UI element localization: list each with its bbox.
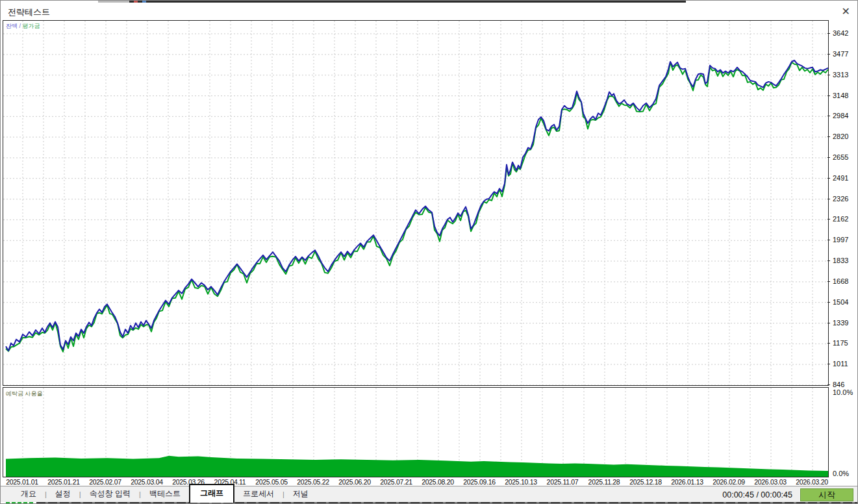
date-axis-label: 2025.07.21	[380, 478, 412, 486]
value-axis-label: 2820	[833, 132, 848, 140]
chart-legend: 잔액 / 평가금	[6, 22, 40, 31]
title-bar: 전략테스트 ✕	[1, 3, 857, 20]
date-axis-label: 2026.03.03	[754, 478, 787, 486]
value-axis-label: 2326	[833, 195, 848, 203]
value-axis-label: 1011	[833, 360, 848, 368]
value-axis-label: 2491	[833, 174, 848, 182]
value-axis-tick	[827, 95, 830, 96]
date-axis-label: 2025.12.18	[629, 478, 662, 486]
tab-그래프[interactable]: 그래프	[189, 484, 234, 503]
value-axis-tick	[827, 33, 830, 34]
date-axis: 2025.01.012025.01.212025.02.072025.03.04…	[3, 477, 829, 486]
value-axis-label: 2655	[833, 153, 848, 161]
value-axis: 3642347733133148298428202655249123262162…	[830, 20, 857, 485]
strategy-tester-window: 전략테스트 ✕ 잔액 / 평가금 예탁금 사용율 364234773313314…	[0, 0, 858, 504]
start-button[interactable]: 시작	[800, 488, 853, 501]
tab-저널[interactable]: 저널	[284, 486, 317, 502]
value-axis-tick	[827, 75, 830, 75]
status-right: 00:00:45 / 00:00:45 시작	[722, 486, 853, 503]
tab-개요[interactable]: 개요	[12, 486, 45, 502]
date-axis-label: 2025.03.04	[131, 478, 163, 486]
value-axis-label: 846	[833, 381, 844, 388]
value-axis-tick	[827, 178, 830, 179]
value-axis-label: 1504	[833, 298, 848, 306]
date-axis-label: 2025.01.01	[6, 478, 38, 486]
tab-strip: 개요|설정|속성창 입력|백테스트그래프프로세서|저널	[12, 486, 317, 503]
value-axis-label: 3313	[833, 71, 848, 79]
tab-백테스트[interactable]: 백테스트	[141, 486, 189, 502]
close-icon[interactable]: ✕	[842, 5, 850, 18]
value-axis-tick	[827, 384, 830, 385]
date-axis-label: 2025.01.21	[47, 478, 80, 486]
value-axis-label: 1339	[833, 319, 848, 327]
value-axis-label: 1997	[833, 236, 848, 244]
usage-pane-label: 예탁금 사용율	[6, 390, 43, 398]
legend-balance-label: 잔액	[6, 23, 18, 29]
usage-axis-min-label: 0.0%	[833, 470, 849, 477]
tab-속성창 입력[interactable]: 속성창 입력	[81, 486, 139, 502]
value-axis-tick	[827, 219, 830, 220]
value-axis-tick	[827, 116, 830, 116]
value-axis-label: 2984	[833, 112, 848, 120]
balance-equity-chart	[3, 21, 828, 385]
value-axis-tick	[827, 323, 830, 323]
value-axis-tick	[827, 364, 830, 364]
date-axis-label: 2025.10.13	[505, 478, 537, 486]
value-axis-tick	[827, 260, 830, 261]
date-axis-label: 2025.11.28	[588, 478, 620, 486]
date-axis-label: 2025.08.20	[422, 478, 454, 486]
value-axis-label: 1175	[833, 339, 848, 347]
usage-axis-max-label: 10.0%	[833, 388, 853, 396]
value-axis-tick	[827, 240, 830, 240]
value-axis-label: 2162	[833, 215, 848, 223]
date-axis-label: 2026.03.20	[796, 478, 828, 486]
value-axis-label: 3642	[833, 29, 848, 37]
date-axis-label: 2025.06.20	[338, 478, 371, 486]
margin-usage-chart-pane[interactable]: 예탁금 사용율	[3, 387, 829, 477]
tab-프로세서[interactable]: 프로세서	[234, 486, 283, 502]
value-axis-label: 3477	[833, 50, 848, 58]
date-axis-label: 2025.02.07	[89, 478, 121, 486]
value-axis-tick	[827, 343, 830, 344]
window-title: 전략테스트	[8, 6, 50, 18]
value-axis-label: 1668	[833, 277, 848, 285]
value-axis-tick	[827, 54, 830, 55]
date-axis-label: 2026.02.09	[713, 478, 745, 486]
value-axis-tick	[827, 302, 830, 303]
balance-equity-chart-pane[interactable]: 잔액 / 평가금	[3, 20, 829, 386]
value-axis-tick	[827, 199, 830, 199]
date-axis-label: 2025.05.22	[297, 478, 329, 486]
value-axis-tick	[827, 157, 830, 158]
date-axis-label: 2025.09.16	[463, 478, 496, 486]
tester-status-bar: 개요|설정|속성창 입력|백테스트그래프프로세서|저널 00:00:45 / 0…	[1, 486, 858, 502]
date-axis-label: 2025.05.05	[255, 478, 288, 486]
date-axis-label: 2026.01.13	[671, 478, 703, 486]
legend-equity-label: 평가금	[23, 23, 40, 29]
value-axis-label: 1833	[833, 257, 848, 264]
margin-usage-chart	[3, 388, 828, 477]
date-axis-label: 2025.11.07	[547, 478, 579, 486]
value-axis-label: 3148	[833, 92, 848, 99]
value-axis-tick	[827, 136, 830, 137]
tab-설정[interactable]: 설정	[47, 486, 79, 502]
value-axis-tick	[827, 281, 830, 282]
elapsed-time: 00:00:45 / 00:00:45	[722, 490, 792, 499]
